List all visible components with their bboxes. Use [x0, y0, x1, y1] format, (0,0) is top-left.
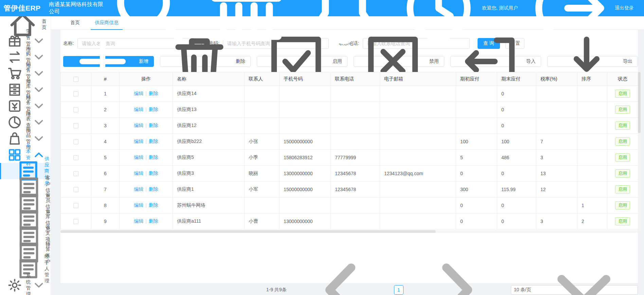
cell-tax: 12 — [536, 182, 577, 198]
bell-icon[interactable] — [300, 0, 388, 52]
prev-page-button[interactable] — [289, 239, 391, 295]
cell-contact: 小张 — [245, 134, 280, 150]
delete-link[interactable]: 删除 — [149, 139, 158, 144]
delete-link[interactable]: 删除 — [149, 154, 158, 160]
main-content: 首页供应商信息 名称:手机号码:联系电话:查 询重 置 新增删除启用禁用导入导出… — [51, 16, 644, 295]
cell-tel — [331, 214, 380, 229]
edit-link[interactable]: 编辑 — [134, 202, 143, 208]
cell-begin: 0 — [456, 198, 497, 214]
edit-link[interactable]: 编辑 — [134, 170, 143, 176]
export-button[interactable]: 导出 — [547, 56, 638, 67]
cell-email — [380, 86, 456, 102]
sidebar-item[interactable]: 报表查询 — [0, 114, 51, 130]
button-label: 启用 — [333, 58, 342, 64]
delete-link[interactable]: 删除 — [149, 202, 158, 208]
import-button[interactable]: 导入 — [450, 56, 541, 67]
cell-tel — [331, 118, 380, 134]
sidebar-item[interactable]: 首页 — [0, 16, 51, 33]
logout-button[interactable]: 退出登录 — [528, 0, 634, 50]
cell-end: 0 — [497, 198, 536, 214]
chevron-down-icon — [31, 33, 47, 49]
sidebar-item[interactable]: 采购管理 — [0, 49, 51, 65]
button-label: 导出 — [623, 58, 632, 64]
column-header: 税率(%) — [536, 72, 577, 86]
delete-link[interactable]: 删除 — [149, 218, 158, 224]
sidebar-item[interactable]: 财务管理 — [0, 98, 51, 114]
cell-end: 0 — [497, 102, 536, 118]
enable-button[interactable]: 启用 — [257, 56, 347, 67]
status-badge: 启用 — [615, 169, 630, 178]
table-row: 2编辑|删除供应商130启用 — [61, 102, 638, 118]
company-name: 南通某某网络科技有限公司 — [49, 1, 105, 15]
button-label: 禁用 — [429, 58, 439, 64]
bank-icon[interactable] — [203, 0, 290, 52]
row-checkbox[interactable] — [73, 123, 78, 128]
delete-link[interactable]: 删除 — [149, 186, 158, 192]
cell-tel — [331, 198, 380, 214]
app-logo: 管伊佳ERP — [0, 3, 44, 13]
cell-begin: 0 — [456, 166, 497, 182]
cell-begin: 100 — [456, 134, 497, 150]
table-row: 3编辑|删除供应商120启用 — [61, 118, 638, 134]
edit-link[interactable]: 编辑 — [134, 91, 143, 96]
cell-contact — [245, 86, 280, 102]
row-actions: 编辑|删除 — [120, 198, 173, 214]
edit-link[interactable]: 编辑 — [134, 139, 143, 144]
page-number[interactable]: 1 — [394, 285, 404, 295]
edit-link[interactable]: 编辑 — [134, 218, 143, 224]
delete-button[interactable]: 删除 — [160, 56, 251, 67]
row-index: 8 — [91, 198, 120, 214]
delete-link[interactable]: 删除 — [149, 123, 158, 128]
delete-link[interactable]: 删除 — [149, 107, 158, 112]
status-badge: 启用 — [615, 201, 630, 209]
add-button[interactable]: 新增 — [63, 56, 154, 67]
cell-email — [380, 214, 456, 229]
sidebar-menu: 首页零售管理采购管理销售管理仓库管理财务管理报表查询商品管理基本资料供应商信息客… — [0, 16, 51, 293]
cell-name: 苏州蜗牛网络 — [173, 198, 245, 214]
cell-tax — [536, 198, 577, 214]
row-checkbox[interactable] — [73, 171, 78, 176]
header-actions: 欢迎您, 测试用户 退出登录 — [105, 0, 644, 52]
row-checkbox[interactable] — [73, 107, 78, 112]
cell-phone — [280, 86, 331, 102]
edit-link[interactable]: 编辑 — [134, 186, 143, 192]
row-checkbox[interactable] — [73, 139, 78, 144]
select-all-checkbox[interactable] — [73, 77, 78, 82]
sidebar-item[interactable]: 仓库管理 — [0, 81, 51, 98]
sidebar: 首页零售管理采购管理销售管理仓库管理财务管理报表查询商品管理基本资料供应商信息客… — [0, 16, 51, 295]
table-row: 5编辑|删除供应商5小季158062839127777999954863启用 — [61, 150, 638, 166]
edit-link[interactable]: 编辑 — [134, 154, 143, 160]
cell-phone: 15000000000 — [280, 182, 331, 198]
row-checkbox[interactable] — [73, 91, 78, 96]
page-size-select[interactable]: 10 条/页 — [511, 285, 638, 295]
cell-phone — [280, 118, 331, 134]
delete-link[interactable]: 删除 — [149, 91, 158, 96]
cell-phone: 15000000000 — [280, 134, 331, 150]
row-checkbox[interactable] — [73, 219, 78, 224]
sidebar-item[interactable]: 销售管理 — [0, 65, 51, 81]
content-card: 名称:手机号码:联系电话:查 询重 置 新增删除启用禁用导入导出 #操作名称联系… — [60, 30, 638, 283]
next-page-button[interactable] — [406, 239, 508, 295]
row-checkbox[interactable] — [73, 155, 78, 160]
row-checkbox[interactable] — [73, 187, 78, 192]
welcome-text: 欢迎您, 测试用户 — [482, 5, 518, 11]
delete-link[interactable]: 删除 — [149, 170, 158, 176]
column-header: 手机号码 — [280, 72, 331, 86]
row-checkbox[interactable] — [73, 203, 78, 208]
welcome-user[interactable]: 欢迎您, 测试用户 — [398, 0, 518, 49]
row-index: 4 — [91, 134, 120, 150]
search-icon[interactable] — [105, 0, 193, 52]
logout-icon — [528, 0, 612, 50]
sidebar-item[interactable]: 商品管理 — [0, 130, 51, 147]
cell-sort — [577, 86, 607, 102]
cell-email — [380, 134, 456, 150]
edit-link[interactable]: 编辑 — [134, 107, 143, 112]
cell-sort — [577, 150, 607, 166]
sidebar-subitem[interactable]: 经手人管理 — [0, 261, 51, 277]
row-actions: 编辑|删除 — [120, 182, 173, 198]
table-row: 1编辑|删除供应商140启用 — [61, 86, 638, 102]
vertical-scrollbar[interactable] — [638, 72, 641, 229]
disable-button[interactable]: 禁用 — [354, 56, 444, 67]
horizontal-scrollbar[interactable] — [60, 230, 638, 233]
edit-link[interactable]: 编辑 — [134, 123, 143, 128]
